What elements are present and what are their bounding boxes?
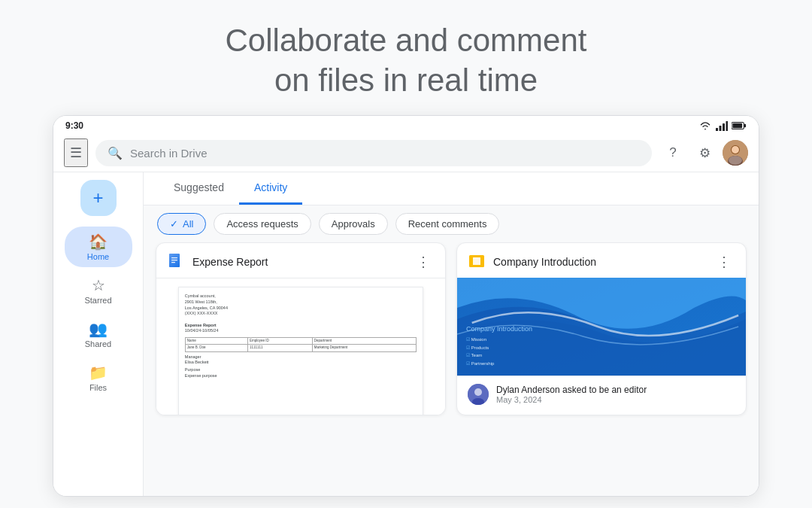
svg-rect-1 bbox=[720, 126, 722, 131]
card-expense-report[interactable]: Expense Report ⋮ Cymbal account, 2901 We… bbox=[156, 242, 446, 415]
expense-doc-preview: Cymbal account, 2901 West 118th, Los Ang… bbox=[178, 287, 423, 415]
status-icons bbox=[698, 121, 747, 131]
starred-label: Starred bbox=[84, 296, 111, 305]
card-company-intro[interactable]: Company Introduction ⋮ bbox=[456, 242, 747, 415]
device-frame: 9:30 ☰ 🔍 bbox=[53, 115, 759, 497]
chip-approvals[interactable]: Approvals bbox=[319, 213, 388, 235]
expense-more-button[interactable]: ⋮ bbox=[412, 252, 435, 272]
top-bar: ☰ 🔍 Search in Drive ? ⚙ bbox=[53, 134, 759, 172]
help-icon: ? bbox=[669, 145, 676, 160]
svg-rect-16 bbox=[171, 262, 175, 263]
company-intro-title: Company Introduction bbox=[493, 256, 596, 268]
avatar-image bbox=[723, 140, 748, 166]
wifi-icon bbox=[698, 121, 712, 130]
card-intro-header: Company Introduction ⋮ bbox=[457, 243, 746, 278]
svg-rect-21 bbox=[473, 257, 480, 265]
top-bar-actions: ? ⚙ bbox=[659, 139, 748, 166]
help-button[interactable]: ? bbox=[659, 139, 686, 166]
hero-section: Collaborate and comment on files in real… bbox=[226, 0, 587, 115]
sidebar-item-starred[interactable]: ☆ Starred bbox=[65, 270, 132, 311]
plus-icon: + bbox=[92, 187, 103, 208]
intro-footer-date: May 3, 2024 bbox=[496, 395, 735, 404]
slides-icon bbox=[468, 253, 486, 271]
cards-grid: Expense Report ⋮ Cymbal account, 2901 We… bbox=[144, 242, 759, 427]
signal-icon bbox=[716, 121, 728, 131]
home-label: Home bbox=[87, 252, 109, 261]
slides-title: Company Introduction bbox=[466, 325, 532, 333]
settings-button[interactable]: ⚙ bbox=[691, 139, 718, 166]
status-time: 9:30 bbox=[65, 120, 83, 131]
chip-all[interactable]: ✓ All bbox=[157, 213, 206, 235]
hero-title-line1: Collaborate and comment on files in real… bbox=[226, 21, 587, 100]
chip-comments[interactable]: Recent comments bbox=[395, 213, 500, 235]
svg-rect-5 bbox=[744, 124, 746, 128]
intro-more-button[interactable]: ⋮ bbox=[713, 252, 735, 272]
intro-footer-name: Dylan Anderson asked to be an editor bbox=[496, 385, 735, 395]
files-label: Files bbox=[89, 383, 107, 392]
new-button[interactable]: + bbox=[80, 180, 117, 216]
slides-preview: Company Introduction Mission Products Te… bbox=[457, 278, 746, 376]
svg-rect-3 bbox=[726, 121, 729, 131]
user-avatar[interactable] bbox=[723, 140, 748, 166]
svg-rect-6 bbox=[732, 123, 742, 128]
expense-report-title: Expense Report bbox=[192, 256, 268, 268]
content-area: Suggested Activity ✓ All Access requests… bbox=[144, 172, 759, 496]
search-bar[interactable]: 🔍 Search in Drive bbox=[95, 140, 652, 166]
status-bar: 9:30 bbox=[53, 116, 759, 134]
gear-icon: ⚙ bbox=[699, 145, 710, 161]
tab-suggested[interactable]: Suggested bbox=[159, 172, 239, 205]
sidebar-item-files[interactable]: 📁 Files bbox=[65, 357, 132, 398]
sidebar-item-shared[interactable]: 👥 Shared bbox=[65, 314, 132, 354]
hamburger-button[interactable]: ☰ bbox=[64, 138, 88, 167]
tab-activity[interactable]: Activity bbox=[239, 172, 302, 205]
svg-rect-15 bbox=[171, 260, 177, 260]
battery-icon bbox=[732, 121, 747, 130]
home-icon: 🏠 bbox=[89, 233, 108, 251]
svg-rect-2 bbox=[723, 123, 725, 131]
intro-thumbnail: Company Introduction Mission Products Te… bbox=[457, 278, 746, 376]
shared-label: Shared bbox=[85, 339, 111, 348]
svg-point-10 bbox=[732, 146, 739, 154]
expense-thumbnail: Cymbal account, 2901 West 118th, Los Ang… bbox=[156, 278, 445, 415]
sidebar-item-home[interactable]: 🏠 Home bbox=[65, 227, 132, 267]
slides-bullet-list: Mission Products Team Partnership bbox=[466, 336, 532, 368]
svg-rect-0 bbox=[716, 128, 718, 131]
sidebar: + 🏠 Home ☆ Starred 👥 Shared 📁 Files bbox=[53, 172, 144, 496]
card-intro-title-row: Company Introduction bbox=[468, 253, 596, 271]
filter-chips: ✓ All Access requests Approvals Recent c… bbox=[144, 205, 759, 242]
star-icon: ☆ bbox=[92, 276, 105, 294]
intro-card-footer: Dylan Anderson asked to be an editor May… bbox=[457, 376, 746, 412]
search-placeholder: Search in Drive bbox=[130, 147, 208, 160]
main-layout: + 🏠 Home ☆ Starred 👥 Shared 📁 Files bbox=[53, 172, 759, 496]
docs-icon bbox=[167, 253, 185, 271]
svg-rect-14 bbox=[171, 257, 177, 258]
shared-icon: 👥 bbox=[89, 320, 108, 338]
card-expense-header: Expense Report ⋮ bbox=[156, 243, 445, 278]
svg-point-11 bbox=[729, 156, 742, 165]
chip-access[interactable]: Access requests bbox=[214, 213, 311, 235]
svg-point-24 bbox=[474, 388, 482, 396]
check-icon: ✓ bbox=[170, 218, 178, 230]
card-expense-title-row: Expense Report bbox=[167, 253, 268, 271]
search-icon: 🔍 bbox=[108, 146, 123, 160]
files-icon: 📁 bbox=[89, 364, 108, 382]
dylan-avatar bbox=[468, 384, 489, 405]
tabs-bar: Suggested Activity bbox=[144, 172, 759, 205]
